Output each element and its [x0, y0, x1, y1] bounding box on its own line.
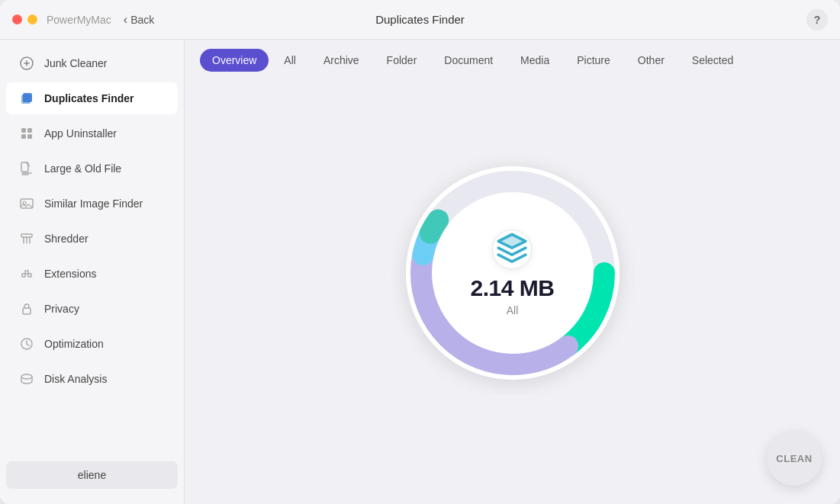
donut-chart: 2.14 MB All — [391, 151, 635, 395]
sidebar: Junk Cleaner Duplicates Finder — [0, 40, 185, 504]
svg-rect-3 — [21, 128, 26, 133]
help-button[interactable]: ? — [806, 9, 828, 30]
tab-folder[interactable]: Folder — [375, 49, 430, 72]
sidebar-item-label: Similar Image Finder — [44, 197, 143, 210]
donut-icon — [492, 230, 532, 269]
similar-image-icon — [18, 195, 35, 212]
duplicates-finder-icon — [18, 90, 35, 107]
close-button[interactable] — [12, 14, 22, 24]
svg-rect-8 — [21, 199, 33, 208]
large-old-file-icon — [18, 160, 35, 177]
sidebar-item-label: App Uninstaller — [44, 127, 117, 140]
svg-rect-11 — [23, 308, 31, 314]
svg-point-13 — [21, 374, 32, 379]
disk-analysis-icon — [18, 371, 35, 387]
tab-picture[interactable]: Picture — [565, 49, 623, 72]
shredder-icon — [18, 230, 35, 247]
clean-button[interactable]: CLEAN — [767, 431, 822, 486]
sidebar-item-similar-image-finder[interactable]: Similar Image Finder — [6, 188, 178, 220]
sidebar-footer: eliene — [0, 452, 184, 498]
app-uninstaller-icon — [18, 125, 35, 142]
svg-rect-4 — [27, 128, 32, 133]
donut-center: 2.14 MB All — [471, 230, 555, 316]
app-window: PowerMyMac ‹ Back Duplicates Finder ? Ju… — [0, 0, 840, 504]
sidebar-item-label: Junk Cleaner — [44, 57, 108, 69]
sidebar-item-label: Disk Analysis — [44, 373, 107, 385]
back-chevron-icon: ‹ — [124, 13, 127, 27]
tab-document[interactable]: Document — [432, 49, 505, 72]
sidebar-item-privacy[interactable]: Privacy — [6, 293, 178, 325]
tab-overview[interactable]: Overview — [200, 49, 269, 72]
minimize-button[interactable] — [27, 14, 37, 24]
back-button[interactable]: ‹ Back — [124, 13, 154, 27]
sidebar-item-label: Privacy — [44, 303, 79, 315]
chart-value: 2.14 MB — [471, 275, 555, 301]
sidebar-item-label: Shredder — [44, 233, 89, 245]
window-title: Duplicates Finder — [375, 13, 465, 26]
sidebar-item-large-old-file[interactable]: Large & Old File — [6, 152, 178, 185]
sidebar-item-label: Extensions — [44, 268, 96, 280]
sidebar-item-extensions[interactable]: Extensions — [6, 258, 178, 290]
svg-point-9 — [23, 201, 26, 204]
privacy-icon — [18, 300, 35, 317]
main-layout: Junk Cleaner Duplicates Finder — [0, 40, 840, 504]
sidebar-item-junk-cleaner[interactable]: Junk Cleaner — [6, 47, 178, 79]
sidebar-item-label: Duplicates Finder — [44, 92, 134, 104]
sidebar-item-duplicates-finder[interactable]: Duplicates Finder — [6, 82, 178, 114]
svg-rect-6 — [27, 134, 32, 139]
content-area: Overview All Archive Folder Document Med… — [185, 40, 840, 504]
svg-rect-2 — [23, 93, 32, 102]
tab-media[interactable]: Media — [508, 49, 562, 72]
extensions-icon — [18, 265, 35, 282]
chart-label: All — [507, 304, 519, 316]
sidebar-item-disk-analysis[interactable]: Disk Analysis — [6, 363, 178, 395]
junk-cleaner-icon — [18, 55, 35, 72]
sidebar-item-shredder[interactable]: Shredder — [6, 223, 178, 255]
tab-all[interactable]: All — [272, 49, 308, 72]
sidebar-item-label: Optimization — [44, 338, 104, 350]
chart-area: 2.14 MB All CLEAN — [185, 72, 840, 504]
traffic-lights — [12, 14, 37, 24]
back-label: Back — [130, 14, 154, 26]
sidebar-item-label: Large & Old File — [44, 162, 121, 175]
tab-bar: Overview All Archive Folder Document Med… — [185, 40, 840, 72]
tab-archive[interactable]: Archive — [311, 49, 372, 72]
app-name: PowerMyMac — [47, 14, 111, 26]
user-name[interactable]: eliene — [6, 461, 178, 489]
tab-selected[interactable]: Selected — [680, 49, 745, 72]
optimization-icon — [18, 335, 35, 352]
tab-other[interactable]: Other — [626, 49, 677, 72]
sidebar-item-optimization[interactable]: Optimization — [6, 328, 178, 360]
sidebar-item-app-uninstaller[interactable]: App Uninstaller — [6, 117, 178, 149]
titlebar: PowerMyMac ‹ Back Duplicates Finder ? — [0, 0, 840, 40]
svg-rect-5 — [21, 134, 26, 139]
